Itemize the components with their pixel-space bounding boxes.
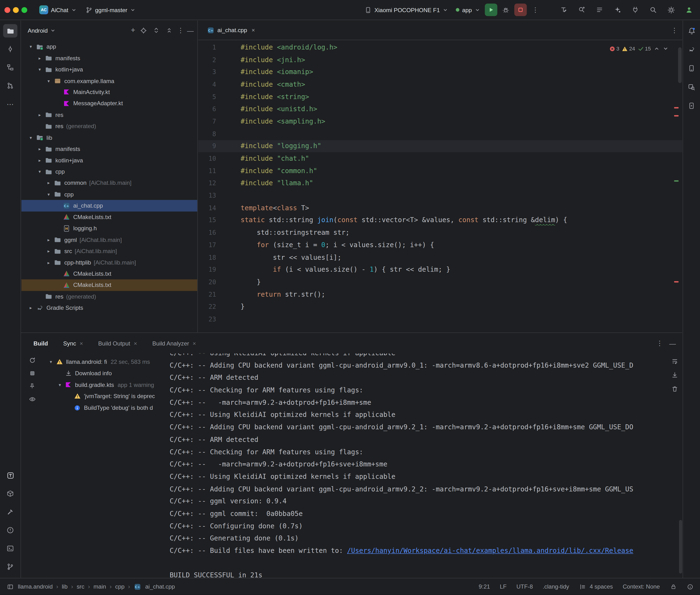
code-line[interactable]: 6#include <unistd.h> bbox=[198, 103, 682, 115]
chevron-right-icon[interactable]: ▸ bbox=[45, 260, 53, 265]
chevron-right-icon[interactable]: ▸ bbox=[36, 158, 44, 163]
gradle-tool-button[interactable] bbox=[684, 43, 699, 56]
linter-status[interactable]: .clang-tidy bbox=[542, 583, 569, 590]
branch-selector[interactable]: ggml-master bbox=[82, 5, 139, 15]
chevron-right-icon[interactable]: ▸ bbox=[36, 112, 44, 117]
project-tree-item[interactable]: res(generated) bbox=[22, 291, 197, 302]
clear-console-icon[interactable] bbox=[670, 384, 679, 394]
project-selector[interactable]: AC AiChat bbox=[36, 4, 80, 16]
code-line[interactable]: 15static std::string join(const std::vec… bbox=[198, 214, 682, 226]
chevron-down-icon[interactable]: ▾ bbox=[56, 382, 64, 387]
indent-icon[interactable] bbox=[579, 583, 586, 590]
more-actions-kebab[interactable]: ⋮ bbox=[529, 4, 542, 16]
build-options-kebab[interactable]: ⋮ bbox=[656, 339, 663, 347]
error-stripe-mark[interactable] bbox=[674, 281, 678, 283]
device-selector[interactable]: Xiaomi POCOPHONE F1 bbox=[362, 5, 451, 15]
stop-button[interactable] bbox=[514, 4, 527, 16]
code-line[interactable]: 12#include "llama.h" bbox=[198, 177, 682, 189]
code-line[interactable]: 20 } bbox=[198, 276, 682, 288]
chevron-right-icon[interactable]: ▸ bbox=[36, 56, 44, 61]
error-stripe-mark[interactable] bbox=[674, 115, 678, 117]
project-tree-item[interactable]: ▸manifests bbox=[22, 52, 197, 64]
chevron-down-icon[interactable]: ▾ bbox=[27, 135, 35, 140]
settings-icon[interactable] bbox=[664, 4, 678, 16]
line-number[interactable]: 4 bbox=[198, 81, 216, 88]
project-tree-item[interactable]: ▸manifests bbox=[22, 143, 197, 155]
build-tool-button[interactable] bbox=[3, 505, 18, 518]
chevron-down-icon[interactable]: ▾ bbox=[36, 67, 44, 72]
chevron-down-icon[interactable]: ▾ bbox=[36, 169, 44, 174]
code-line[interactable]: 17 for (size_t i = 0; i < values.size();… bbox=[198, 239, 682, 251]
build-tree-item[interactable]: Download info bbox=[43, 368, 165, 379]
lock-icon[interactable] bbox=[670, 583, 677, 590]
collapse-all-icon[interactable] bbox=[164, 26, 174, 35]
plugin-icon[interactable] bbox=[628, 4, 642, 16]
chevron-down-icon[interactable]: ▾ bbox=[27, 44, 35, 49]
chevron-down-icon[interactable]: ▾ bbox=[45, 192, 53, 197]
code-line[interactable]: 5#include <string> bbox=[198, 90, 682, 103]
code-line[interactable]: 13 bbox=[198, 189, 682, 202]
code-line[interactable]: 18 str << values[i]; bbox=[198, 251, 682, 263]
breadcrumb-item[interactable]: llama.android bbox=[18, 583, 53, 590]
project-tree-item[interactable]: CMakeLists.txt bbox=[22, 280, 197, 291]
code-line[interactable]: 8 bbox=[198, 128, 682, 140]
project-tree-item[interactable]: ▾lib bbox=[22, 132, 197, 143]
code-line[interactable]: 22} bbox=[198, 301, 682, 313]
line-number[interactable]: 12 bbox=[198, 179, 216, 187]
running-devices-tool-button[interactable] bbox=[684, 99, 699, 112]
breadcrumb-item[interactable]: main bbox=[93, 583, 106, 590]
caret-position[interactable]: 9:21 bbox=[479, 583, 490, 590]
terminal-tool-button[interactable] bbox=[3, 542, 18, 555]
line-number[interactable]: 18 bbox=[198, 254, 216, 261]
project-tree-item[interactable]: CMakeLists.txt bbox=[22, 268, 197, 280]
window-zoom-button[interactable] bbox=[22, 7, 27, 12]
hide-build-panel-icon[interactable]: — bbox=[669, 339, 676, 347]
app-inspection-tool-button[interactable] bbox=[684, 80, 699, 93]
project-tree-item[interactable]: ▸Gradle Scripts bbox=[22, 302, 197, 314]
rename-icon[interactable] bbox=[557, 4, 570, 16]
code-line[interactable]: 9#include "logging.h" bbox=[198, 140, 682, 152]
line-number[interactable]: 16 bbox=[198, 229, 216, 236]
file-encoding[interactable]: UTF-8 bbox=[516, 583, 533, 590]
line-number[interactable]: 8 bbox=[198, 130, 216, 137]
tab-close-icon[interactable]: × bbox=[252, 27, 255, 33]
tab-close-icon[interactable]: × bbox=[193, 340, 196, 346]
code-line[interactable]: 11#include "common.h" bbox=[198, 165, 682, 177]
project-tree-item[interactable]: ▾kotlin+java bbox=[22, 64, 197, 75]
editor-options-kebab[interactable]: ⋮ bbox=[671, 26, 678, 34]
next-problem-icon[interactable] bbox=[663, 46, 669, 52]
rerun-sync-icon[interactable] bbox=[27, 355, 37, 365]
code-line[interactable]: 4#include <cmath> bbox=[198, 78, 682, 90]
console-scrollbar[interactable] bbox=[679, 520, 682, 573]
build-tab-build-analyzer[interactable]: Build Analyzer× bbox=[152, 340, 196, 346]
chevron-down-icon[interactable]: ▾ bbox=[47, 360, 55, 365]
code-line[interactable]: 10#include "chat.h" bbox=[198, 152, 682, 165]
scroll-to-end-icon[interactable] bbox=[670, 370, 679, 380]
notifications-tool-button[interactable] bbox=[684, 24, 699, 37]
line-number[interactable]: 13 bbox=[198, 192, 216, 199]
code-line[interactable]: 3#include <iomanip> bbox=[198, 66, 682, 78]
chevron-right-icon[interactable]: ▸ bbox=[45, 249, 53, 254]
context-status[interactable]: Context: None bbox=[623, 583, 660, 590]
packages-tool-button[interactable] bbox=[3, 487, 18, 500]
error-stripe-mark[interactable] bbox=[674, 107, 678, 109]
add-icon[interactable]: + bbox=[131, 26, 135, 35]
code-line[interactable]: 2#include <jni.h> bbox=[198, 53, 682, 66]
filter-eye-icon[interactable] bbox=[27, 394, 37, 404]
prev-problem-icon[interactable] bbox=[653, 46, 660, 52]
project-tree-item[interactable]: MainActivity.kt bbox=[22, 86, 197, 98]
line-number[interactable]: 6 bbox=[198, 106, 216, 113]
info-icon[interactable] bbox=[687, 583, 694, 590]
find-usages-icon[interactable] bbox=[575, 4, 588, 16]
code-line[interactable]: 14template<class T> bbox=[198, 202, 682, 214]
chevron-right-icon[interactable]: ▸ bbox=[45, 180, 53, 186]
locate-file-icon[interactable] bbox=[138, 26, 148, 35]
line-number[interactable]: 3 bbox=[198, 68, 216, 76]
task-list-icon[interactable] bbox=[593, 4, 606, 16]
project-tree-item[interactable]: C+ai_chat.cpp bbox=[22, 200, 197, 211]
line-ending[interactable]: LF bbox=[500, 583, 506, 590]
code-line[interactable]: 19 if (i < values.size() - 1) { str << d… bbox=[198, 263, 682, 276]
line-number[interactable]: 14 bbox=[198, 204, 216, 211]
run-button[interactable] bbox=[485, 4, 497, 16]
problems-tool-button[interactable] bbox=[3, 523, 18, 537]
